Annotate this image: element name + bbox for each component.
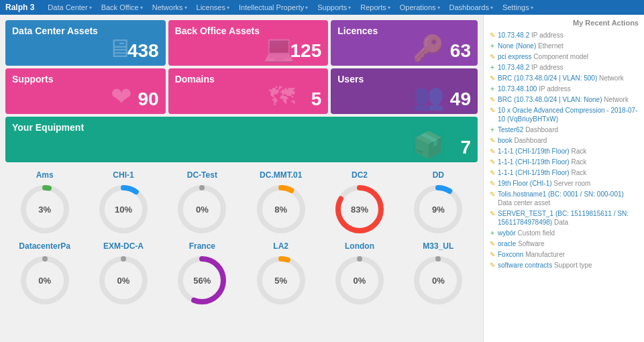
recent-link[interactable]: 10.73.48.2 [498, 64, 529, 71]
chevron-down-icon: ▾ [437, 5, 440, 11]
pencil-icon: ✎ [489, 179, 496, 188]
donut-percentage: 0% [354, 276, 366, 286]
tile-back-office-assets[interactable]: Back Office Assets 💻 125 [168, 20, 329, 66]
chevron-down-icon: ▾ [531, 5, 533, 11]
pencil-icon: ✎ [489, 31, 496, 40]
recent-action-item: + None (None) Ethernet [489, 42, 639, 50]
recent-link[interactable]: wybór [498, 229, 516, 237]
recent-link[interactable]: 10.73.48.100 [498, 85, 537, 93]
chart-item-exm-dc-a[interactable]: EXM-DC-A 0% [87, 241, 160, 307]
chart-item-chi-1[interactable]: CHI-1 10% [87, 170, 160, 236]
donut-percentage: 9% [432, 205, 445, 215]
plus-icon: + [489, 229, 496, 237]
recent-action-item: ✎ SERVER_TEST_1 (BC: 15119815611 / SN: 1… [489, 209, 639, 227]
pencil-icon: ✎ [489, 168, 496, 177]
pencil-icon: ✎ [489, 209, 496, 218]
recent-link[interactable]: 1-1-1 (CHI-1/19th Floor) [498, 158, 570, 166]
pencil-icon: ✎ [489, 261, 496, 270]
pencil-icon: ✎ [489, 147, 496, 156]
recent-link[interactable]: None (None) [498, 42, 536, 50]
recent-type: Data center asset [498, 199, 550, 207]
pencil-icon: ✎ [489, 190, 496, 198]
chart-label: France [189, 241, 215, 251]
recent-link[interactable]: software contracts [498, 262, 552, 269]
recent-link[interactable]: Tester62 [498, 126, 523, 133]
pencil-icon: ✎ [489, 250, 496, 259]
chart-item-dc2[interactable]: DC2 83% [323, 170, 396, 236]
tile-domains-count: 5 [175, 90, 322, 109]
tile-users[interactable]: Users 👥 49 [331, 68, 478, 114]
nav-item-operations[interactable]: Operations ▾ [396, 0, 444, 15]
chart-item-datacenterpa[interactable]: DatacenterPa 0% [8, 241, 81, 307]
donut-chart: 83% [333, 182, 386, 236]
recent-link[interactable]: pci express [498, 53, 532, 60]
recent-link[interactable]: 10 x Oracle Advanced Compression - 2018-… [498, 107, 637, 123]
plus-icon: + [489, 42, 496, 50]
pencil-icon: ✎ [489, 239, 496, 248]
chart-item-la2[interactable]: LA2 5% [244, 241, 317, 307]
tile-your-equipment[interactable]: Your Equipment 📦 7 [5, 117, 478, 162]
donut-percentage: 8% [274, 205, 287, 215]
nav-item-dashboards[interactable]: Dashboards ▾ [445, 0, 497, 15]
tiles-row-2: Supports ❤ 90 Domains 🗺 5 Users 👥 49 [5, 68, 478, 114]
chevron-down-icon: ▾ [305, 5, 308, 11]
nav-item-networks[interactable]: Networks ▾ [148, 0, 191, 15]
donut-percentage: 0% [38, 276, 51, 286]
pencil-icon: ✎ [489, 136, 496, 145]
recent-link[interactable]: BRC (10.73.48.0/24 | VLAN: None) [498, 96, 602, 103]
tile-supports-count: 90 [12, 90, 159, 109]
nav-item-reports[interactable]: Reports ▾ [356, 0, 394, 15]
chevron-down-icon: ▾ [348, 5, 351, 11]
recent-type: Network [604, 96, 629, 103]
tile-users-title: Users [337, 74, 471, 84]
tile-licences-count: 63 [337, 42, 471, 60]
recent-link[interactable]: BRC (10.73.48.0/24 | VLAN: 500) [498, 74, 597, 82]
chart-item-dc.mmt.01[interactable]: DC.MMT.01 8% [244, 170, 317, 236]
recent-action-item: ✎ pci express Component model [489, 52, 639, 61]
nav-item-settings[interactable]: Settings ▾ [498, 0, 537, 15]
chart-label: DC2 [352, 170, 368, 180]
recent-type: Custom field [517, 229, 555, 237]
tile-data-center-assets[interactable]: Data Center Assets 🖥 438 [5, 20, 166, 66]
recent-action-item: ✎ 10.73.48.2 IP address [489, 31, 639, 40]
nav-item-back-office[interactable]: Back Office ▾ [97, 0, 147, 15]
top-navigation: Ralph 3 Data Center ▾Back Office ▾Networ… [0, 0, 644, 15]
nav-item-data-center[interactable]: Data Center ▾ [44, 0, 95, 15]
recent-link[interactable]: 10.73.48.2 [498, 32, 529, 39]
plus-icon: + [489, 125, 496, 134]
recent-type: Rack [571, 169, 586, 176]
recent-link[interactable]: Tolis.hostname1 (BC: 0001 / SN: 000-001) [498, 190, 624, 198]
chart-item-france[interactable]: France 56% [166, 241, 239, 307]
recent-link[interactable]: 19th Floor (CHI-1) [498, 180, 552, 187]
chart-label: DC-Test [187, 170, 217, 180]
chart-item-m33_ul[interactable]: M33_UL 0% [402, 241, 475, 307]
recent-link[interactable]: 1-1-1 (CHI-1/19th Floor) [498, 169, 570, 176]
nav-item-intellectual-property[interactable]: Intellectual Property ▾ [235, 0, 312, 15]
recent-link[interactable]: 1-1-1 (CHI-1/19th Floor) [498, 148, 570, 155]
recent-link[interactable]: Foxconn [498, 251, 523, 258]
chart-item-london[interactable]: London 0% [323, 241, 396, 307]
recent-link[interactable]: book [498, 137, 513, 144]
tile-back-office-assets-title: Back Office Assets [175, 25, 322, 36]
recent-action-item: + wybór Custom field [489, 229, 639, 237]
nav-item-supports[interactable]: Supports ▾ [313, 0, 355, 15]
recent-action-item: ✎ 1-1-1 (CHI-1/19th Floor) Rack [489, 158, 639, 166]
recent-type: Ethernet [538, 42, 564, 50]
tile-supports[interactable]: Supports ❤ 90 [5, 68, 166, 114]
chart-item-dc-test[interactable]: DC-Test 0% [166, 170, 239, 236]
recent-type: Dashboard [525, 126, 558, 133]
chart-label: M33_UL [423, 241, 453, 251]
nav-item-licenses[interactable]: Licenses ▾ [193, 0, 233, 15]
donut-percentage: 83% [351, 205, 368, 215]
chart-item-ams[interactable]: Ams 3% [8, 170, 81, 236]
brand-logo[interactable]: Ralph 3 [5, 3, 40, 12]
tile-domains[interactable]: Domains 🗺 5 [168, 68, 329, 114]
tile-supports-icon: ❤ [111, 82, 132, 111]
tile-licences[interactable]: Licences 🔑 63 [331, 20, 478, 66]
tiles-row-1: Data Center Assets 🖥 438 Back Office Ass… [5, 20, 478, 66]
recent-link[interactable]: oracle [498, 240, 516, 247]
dashboard-panel: Data Center Assets 🖥 438 Back Office Ass… [0, 15, 483, 342]
chart-item-dd[interactable]: DD 9% [402, 170, 475, 236]
donut-chart: 3% [18, 182, 72, 236]
chevron-down-icon: ▾ [227, 5, 229, 11]
